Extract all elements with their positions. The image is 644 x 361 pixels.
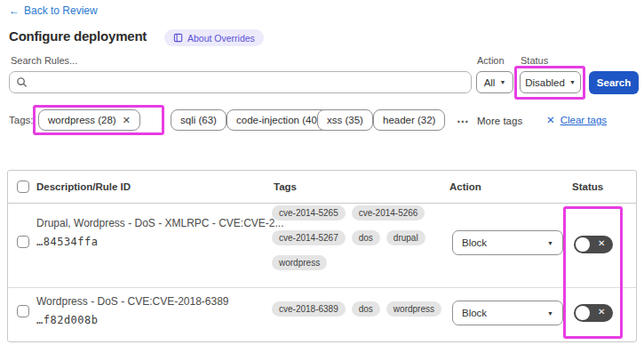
action-dropdown[interactable]: Block ▼ bbox=[452, 301, 563, 325]
divider bbox=[8, 287, 636, 288]
col-header-status: Status bbox=[572, 181, 603, 192]
search-button[interactable]: Search bbox=[589, 71, 639, 94]
tag-filter-label: wordpress (28) bbox=[48, 115, 116, 125]
rules-table: Description/Rule ID Tags Action Status D… bbox=[7, 170, 637, 342]
more-tags-button[interactable]: ⋯ More tags bbox=[457, 114, 522, 128]
tag-filter-wordpress[interactable]: wordpress (28) ✕ bbox=[38, 109, 140, 131]
more-tags-label: More tags bbox=[477, 116, 522, 126]
rule-tag: cve-2014-5265 bbox=[272, 205, 346, 221]
chevron-down-icon: ▼ bbox=[547, 310, 553, 317]
rule-tag: cve-2014-5266 bbox=[352, 205, 425, 221]
about-overrides-label: About Overrides bbox=[187, 33, 255, 44]
rule-id: …f82d008b bbox=[36, 314, 99, 326]
col-header-tags: Tags bbox=[274, 181, 297, 192]
remove-tag-icon[interactable]: ✕ bbox=[123, 115, 131, 126]
action-value: Block bbox=[462, 237, 487, 248]
tag-filter-label: code-injection (40) bbox=[236, 115, 321, 125]
toggle-x-icon: ✕ bbox=[598, 238, 605, 248]
chevron-down-icon: ▼ bbox=[547, 240, 553, 246]
rule-id: …84534ffa bbox=[36, 236, 99, 248]
tag-filter-code-injection[interactable]: code-injection (40) bbox=[227, 109, 330, 131]
clear-x-icon: ✕ bbox=[546, 114, 555, 126]
toggle-x-icon: ✕ bbox=[598, 307, 605, 317]
rule-tags: cve-2014-5265 cve-2014-5266 bbox=[272, 205, 425, 221]
search-icon bbox=[16, 76, 28, 88]
rule-tag: dos bbox=[352, 301, 380, 317]
page-title: Configure deployment bbox=[9, 28, 147, 44]
action-filter-value: All bbox=[484, 77, 496, 88]
col-header-description: Description/Rule ID bbox=[36, 181, 131, 192]
tag-filter-header[interactable]: header (32) bbox=[373, 109, 445, 131]
rule-tag: wordpress bbox=[386, 301, 441, 317]
rule-tag: wordpress bbox=[272, 255, 327, 270]
rule-tag: dos bbox=[352, 230, 380, 245]
status-filter-label: Status bbox=[521, 55, 548, 66]
status-toggle-off[interactable]: ✕ bbox=[574, 236, 613, 253]
about-overrides-badge[interactable]: About Overrides bbox=[164, 29, 264, 46]
row-checkbox[interactable] bbox=[17, 305, 29, 317]
row-checkbox[interactable] bbox=[17, 236, 29, 248]
rule-tags: wordpress bbox=[272, 255, 327, 270]
tags-label: Tags: bbox=[9, 115, 34, 125]
divider bbox=[8, 203, 636, 204]
ellipsis-icon: ⋯ bbox=[457, 114, 470, 128]
search-rules-input-box[interactable] bbox=[9, 71, 472, 93]
back-link-label: Back to Review bbox=[24, 4, 98, 17]
status-filter-dropdown[interactable]: Disabled ▼ bbox=[520, 71, 581, 93]
action-dropdown[interactable]: Block ▼ bbox=[452, 230, 563, 255]
chevron-down-icon: ▼ bbox=[499, 79, 505, 85]
toggle-knob bbox=[576, 237, 590, 252]
select-all-checkbox[interactable] bbox=[17, 180, 29, 193]
tag-filter-label: header (32) bbox=[383, 115, 435, 125]
action-filter-label: Action bbox=[477, 55, 505, 66]
clear-tags-link[interactable]: ✕ Clear tags bbox=[546, 114, 607, 126]
book-icon bbox=[173, 33, 183, 43]
back-to-review-link[interactable]: ← Back to Review bbox=[9, 4, 98, 17]
configure-deployment-page: ← Back to Review Configure deployment Ab… bbox=[0, 0, 644, 361]
rule-tag: cve-2018-6389 bbox=[272, 301, 346, 317]
status-toggle-off[interactable]: ✕ bbox=[574, 304, 613, 322]
rule-tag: drupal bbox=[386, 230, 425, 245]
tag-filter-label: sqli (63) bbox=[180, 115, 217, 125]
tag-filter-label: xss (35) bbox=[327, 115, 363, 125]
clear-tags-label: Clear tags bbox=[561, 115, 607, 125]
action-value: Block bbox=[462, 308, 487, 318]
search-rules-input[interactable] bbox=[33, 76, 465, 89]
chevron-down-icon: ▼ bbox=[569, 79, 576, 85]
search-rules-label: Search Rules... bbox=[11, 55, 77, 66]
tag-filter-xss[interactable]: xss (35) bbox=[317, 109, 373, 131]
rule-description: Drupal, Wordpress - DoS - XMLRPC - CVE:C… bbox=[36, 217, 284, 229]
status-filter-value: Disabled bbox=[525, 77, 565, 88]
rule-tag: cve-2014-5267 bbox=[272, 230, 346, 245]
toggle-knob bbox=[576, 306, 590, 320]
rule-tags: cve-2018-6389 dos wordpress bbox=[272, 301, 441, 317]
col-header-action: Action bbox=[449, 181, 481, 192]
back-arrow-icon: ← bbox=[9, 4, 20, 17]
rule-description: Wordpress - DoS - CVE:CVE-2018-6389 bbox=[36, 295, 229, 308]
action-filter-dropdown[interactable]: All ▼ bbox=[476, 71, 513, 93]
tag-filter-sqli[interactable]: sqli (63) bbox=[171, 109, 227, 131]
rule-tags: cve-2014-5267 dos drupal bbox=[272, 230, 425, 245]
